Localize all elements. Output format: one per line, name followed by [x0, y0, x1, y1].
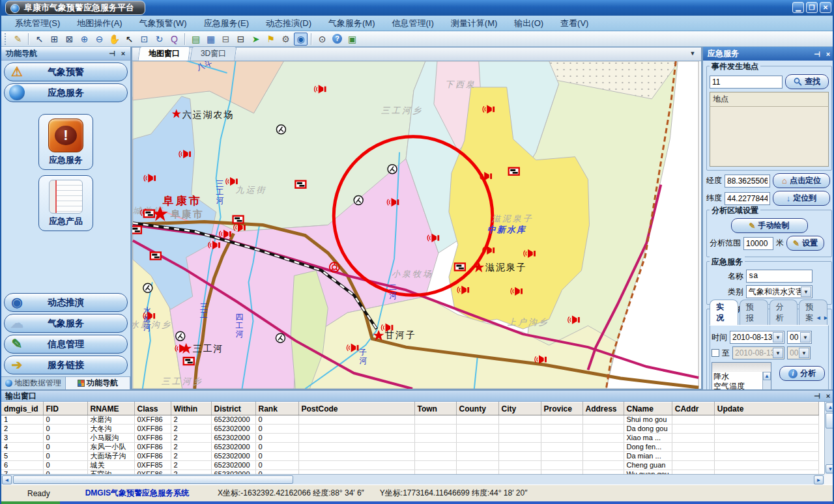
menu-measure[interactable]: 测量计算(M) [442, 16, 506, 31]
column-header[interactable]: CName [624, 402, 672, 415]
latitude-field[interactable] [725, 192, 770, 205]
table-row[interactable]: 30小马厩沟0XFF8626523020000Xiao ma ... [1, 434, 818, 443]
select-icon[interactable]: ↖ [33, 33, 46, 46]
full-extent-icon[interactable]: ⊡ [137, 33, 151, 46]
column-header[interactable]: District [211, 402, 255, 415]
select-rect-icon[interactable]: ⊞ [48, 33, 61, 46]
flag-marker[interactable] [455, 263, 465, 270]
select-poly-icon[interactable]: ⊠ [63, 33, 76, 46]
set-button[interactable]: ✎ 设置 [786, 236, 824, 251]
menu-weather-warning[interactable]: 气象预警(W) [131, 16, 195, 31]
tab-function-nav[interactable]: 功能导航 [66, 377, 130, 389]
column-header[interactable]: Provice [541, 402, 582, 415]
sidebar-item-info-management[interactable]: ✎ 信息管理 [4, 335, 128, 354]
flag-marker[interactable] [233, 216, 244, 223]
date-from-select[interactable]: 2010-08-13▼ [730, 331, 784, 344]
monument-marker[interactable] [276, 333, 285, 343]
zoom-in-icon[interactable]: ⊕ [78, 33, 91, 46]
help-icon[interactable]: ? [330, 33, 344, 46]
location-list[interactable] [710, 107, 829, 167]
column-header[interactable]: Within [171, 402, 211, 415]
map-export-icon[interactable]: ▦ [204, 33, 218, 46]
monument-marker[interactable] [354, 196, 363, 205]
service-type-select[interactable]: 气象和洪水灾害 ▼ [746, 285, 812, 298]
table-row[interactable]: 10水磨沟0XFF8626523020000Shui mo gou [1, 415, 818, 425]
longitude-field[interactable] [725, 175, 770, 188]
location-search-input[interactable] [710, 76, 783, 89]
column-header[interactable]: City [498, 402, 541, 415]
service-name-field[interactable] [746, 270, 812, 283]
flag-marker[interactable] [144, 210, 154, 217]
pin-icon[interactable]: ⚑ [264, 33, 278, 46]
pin-icon[interactable]: ⊣ [108, 49, 117, 58]
hour-to-select[interactable]: 00▼ [787, 346, 811, 359]
sidebar-item-emergency-service[interactable]: 应急服务 [4, 83, 128, 102]
zoom-out-icon[interactable]: ⊖ [93, 33, 106, 46]
list-scrollbar[interactable]: ▲ [762, 372, 771, 389]
sidebar-item-weather-warning[interactable]: ⚠ 气象预警 [4, 63, 128, 81]
layers-icon[interactable]: ▤ [189, 33, 203, 46]
tab-forecast[interactable]: 预报 [740, 300, 768, 325]
tab-map-data-management[interactable]: 地图数据管理 [1, 377, 66, 389]
tab-plan[interactable]: 预案 [799, 300, 827, 325]
pin-icon[interactable]: ⊣ [812, 391, 822, 400]
monument-marker[interactable] [143, 283, 152, 292]
settings-icon[interactable]: ⚙ [279, 33, 293, 46]
menu-dynamic[interactable]: 动态推演(D) [257, 16, 320, 31]
refresh-icon[interactable]: ↻ [152, 33, 166, 46]
hour-from-select[interactable]: 00▼ [787, 331, 812, 344]
close-icon[interactable]: × [824, 391, 833, 400]
tab-live[interactable]: 实况 [710, 300, 738, 325]
column-header[interactable]: CAddr [672, 402, 714, 415]
menu-weather-service[interactable]: 气象服务(M) [320, 16, 384, 31]
range-field[interactable] [743, 237, 773, 250]
pin-icon[interactable]: ⊣ [812, 49, 822, 59]
emergency-service-shortcut[interactable]: ! 应急服务 [38, 114, 93, 170]
column-header[interactable]: RNAME [87, 402, 134, 415]
sidebar-item-weather-service[interactable]: ☁ 气象服务 [4, 314, 128, 333]
eye-icon[interactable]: ⊙ [315, 33, 329, 46]
click-locate-button[interactable]: ⌂ 点击定位 [773, 173, 830, 188]
measure-icon[interactable]: ✎ [11, 33, 25, 46]
map-canvas[interactable]: 八斗六运湖农场三工河乡下西泉九运街阜康市阜康市城关镇滋泥泉子中新水库滋泥泉子小泉… [132, 61, 701, 389]
map-tab-dropdown-icon[interactable]: ▼ [688, 50, 697, 57]
pointer-icon[interactable]: ↖ [122, 33, 136, 46]
flag-marker[interactable] [151, 252, 161, 259]
monument-marker[interactable] [276, 125, 285, 134]
menu-info[interactable]: 信息管理(I) [384, 16, 442, 31]
flag-marker[interactable] [184, 357, 194, 365]
tab-map-window[interactable]: 地图窗口 [137, 46, 190, 61]
element-list[interactable]: 降水 空气温度 ▲ [712, 362, 771, 389]
date-to-select[interactable]: 2010-08-13▼ [732, 346, 784, 359]
table-row[interactable]: 40东风一小队0XFF8626523020000Dong fen... [1, 443, 818, 452]
close-icon[interactable]: × [119, 49, 128, 58]
column-header[interactable]: Town [414, 402, 456, 415]
manual-draw-button[interactable]: ✎ 手动绘制 [731, 218, 808, 233]
menu-emergency[interactable]: 应急服务(E) [195, 16, 257, 31]
minimize-button[interactable]: ▁ [792, 2, 804, 13]
close-button[interactable]: ✕ [820, 2, 831, 13]
tab-analysis[interactable]: 分析 [769, 300, 798, 325]
horizontal-scrollbar[interactable]: ◄ ► [1, 474, 824, 484]
column-header[interactable]: County [456, 402, 498, 415]
column-header[interactable]: Address [582, 402, 624, 415]
emergency-product-shortcut[interactable]: 应急产品 [38, 175, 93, 231]
pan-icon[interactable]: ✋ [108, 33, 121, 46]
monument-marker[interactable] [176, 331, 185, 341]
sidebar-item-service-link[interactable]: ➔ 服务链接 [4, 356, 128, 374]
search-button[interactable]: 查找 [785, 74, 829, 89]
column-header[interactable]: PostCode [298, 402, 414, 415]
menu-system[interactable]: 系统管理(S) [7, 16, 68, 31]
location-list-header[interactable]: 地点 [710, 92, 829, 107]
chevron-down-icon[interactable]: ▼ [801, 287, 811, 297]
vertical-scrollbar[interactable]: ▲ ▼ [824, 402, 834, 474]
tab-scroll-icons[interactable]: ◄ ► [816, 315, 829, 321]
table-row[interactable]: 50大面场子沟0XFF8626523020000Da mian ... [1, 452, 818, 461]
column-header[interactable]: Rank [255, 402, 298, 415]
globe-icon[interactable]: ◉ [294, 33, 308, 46]
column-header[interactable]: Class [134, 402, 171, 415]
table-row[interactable]: 20大冬沟0XFF8626523020000Da dong gou [1, 425, 818, 434]
locate-to-button[interactable]: ↓ 定位到 [773, 191, 830, 206]
menu-map-ops[interactable]: 地图操作(A) [68, 16, 130, 31]
toolbar-grip[interactable] [5, 33, 8, 45]
